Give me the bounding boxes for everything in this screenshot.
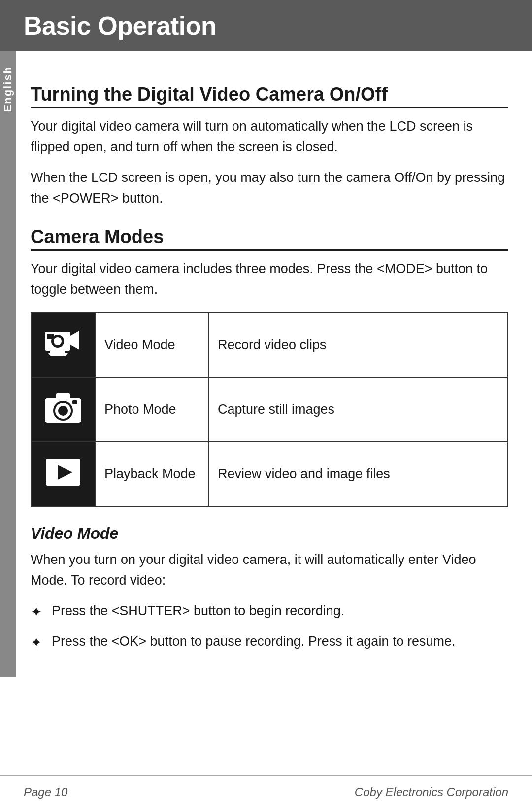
video-mode-para: When you turn on your digital video came… xyxy=(31,550,508,591)
playback-mode-desc: Review video and image files xyxy=(208,442,508,506)
footer-company-name: Coby Electronics Corporation xyxy=(355,785,508,799)
page-footer: Page 10 Coby Electronics Corporation xyxy=(0,775,532,808)
playback-mode-icon xyxy=(41,450,85,494)
bullet-list: ✦ Press the <SHUTTER> button to begin re… xyxy=(31,601,508,654)
video-mode-name: Video Mode xyxy=(95,313,208,377)
camera-modes-section: Camera Modes Your digital video camera i… xyxy=(31,226,508,507)
footer-page-number: Page 10 xyxy=(24,785,67,799)
modes-table: Video Mode Record video clips xyxy=(31,312,508,507)
playback-mode-name: Playback Mode xyxy=(95,442,208,506)
page-title: Basic Operation xyxy=(24,11,216,40)
turning-on-heading: Turning the Digital Video Camera On/Off xyxy=(31,84,508,108)
playback-icon-cell xyxy=(31,442,95,506)
video-icon-cell xyxy=(31,313,95,377)
svg-rect-5 xyxy=(47,334,54,339)
svg-rect-6 xyxy=(50,351,65,353)
video-camera-icon xyxy=(41,321,85,365)
bullet-text: Press the <SHUTTER> button to begin reco… xyxy=(52,601,344,622)
turning-on-para1: Your digital video camera will turn on a… xyxy=(31,116,508,158)
main-text-area: Turning the Digital Video Camera On/Off … xyxy=(16,51,532,677)
camera-modes-heading: Camera Modes xyxy=(31,226,508,251)
language-label: English xyxy=(1,66,14,112)
table-row: Video Mode Record video clips xyxy=(31,313,508,377)
svg-marker-7 xyxy=(48,353,68,356)
bullet-text: Press the <OK> button to pause recording… xyxy=(52,632,455,652)
video-mode-section: Video Mode When you turn on your digital… xyxy=(31,525,508,653)
svg-rect-10 xyxy=(56,393,70,400)
list-item: ✦ Press the <OK> button to pause recordi… xyxy=(31,632,508,653)
language-tab: English xyxy=(0,51,16,677)
list-item: ✦ Press the <SHUTTER> button to begin re… xyxy=(31,601,508,623)
turning-on-para2: When the LCD screen is open, you may als… xyxy=(31,168,508,209)
camera-modes-intro: Your digital video camera includes three… xyxy=(31,259,508,300)
photo-mode-name: Photo Mode xyxy=(95,377,208,442)
svg-point-3 xyxy=(54,337,62,345)
table-row: Playback Mode Review video and image fil… xyxy=(31,442,508,506)
svg-rect-14 xyxy=(72,400,77,404)
table-row: Photo Mode Capture still images xyxy=(31,377,508,442)
page-header: Basic Operation xyxy=(0,0,532,51)
svg-point-13 xyxy=(58,406,68,416)
video-mode-desc: Record video clips xyxy=(208,313,508,377)
main-content: English Turning the Digital Video Camera… xyxy=(0,51,532,677)
turning-on-section: Turning the Digital Video Camera On/Off … xyxy=(31,84,508,209)
bullet-icon: ✦ xyxy=(31,601,42,623)
photo-icon-cell xyxy=(31,377,95,442)
video-mode-heading: Video Mode xyxy=(31,525,508,543)
page-wrapper: Basic Operation English Turning the Digi… xyxy=(0,0,532,808)
photo-camera-icon xyxy=(41,386,85,430)
bullet-icon: ✦ xyxy=(31,632,42,653)
photo-mode-desc: Capture still images xyxy=(208,377,508,442)
